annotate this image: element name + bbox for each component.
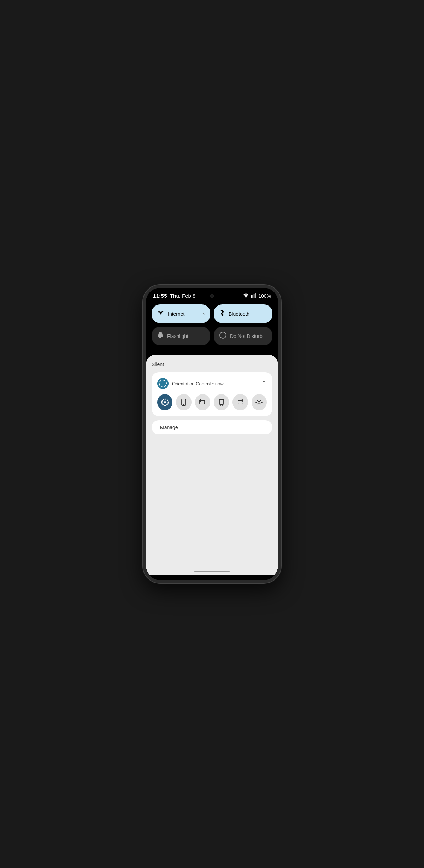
svg-point-6 xyxy=(164,401,166,403)
dnd-tile-icon xyxy=(219,332,226,340)
dnd-label: Do Not Disturb xyxy=(230,333,263,339)
status-left: 11:55 Thu, Feb 8 xyxy=(153,293,195,299)
svg-rect-2 xyxy=(159,337,161,338)
rotate-left-btn[interactable] xyxy=(195,394,210,410)
status-date: Thu, Feb 8 xyxy=(170,293,196,299)
content-wrapper: Internet › Bluetooth xyxy=(146,302,278,575)
status-bar: 11:55 Thu, Feb 8 100% xyxy=(146,288,278,302)
bluetooth-label: Bluetooth xyxy=(229,311,249,317)
bluetooth-tile-icon xyxy=(219,309,225,318)
status-center xyxy=(210,294,214,298)
settings-btn[interactable] xyxy=(252,394,267,410)
notification-card: Orientation Control • now ⌃ xyxy=(152,372,272,416)
signal-icon xyxy=(251,293,256,298)
svg-point-8 xyxy=(183,404,184,405)
svg-rect-1 xyxy=(159,333,162,333)
qs-row-2: Flashlight Do Not Disturb xyxy=(152,327,272,345)
expand-chevron[interactable]: ⌃ xyxy=(261,379,267,388)
battery-percentage: 100% xyxy=(258,293,271,299)
rotate-down-btn[interactable] xyxy=(214,394,229,410)
svg-rect-0 xyxy=(159,332,162,333)
app-icon-inner xyxy=(159,380,167,387)
notif-meta: Orientation Control • now xyxy=(172,380,224,387)
internet-tile[interactable]: Internet › xyxy=(152,304,210,323)
status-right: 100% xyxy=(243,293,271,299)
notif-app-name: Orientation Control xyxy=(172,381,211,386)
internet-chevron: › xyxy=(203,311,205,317)
notif-actions xyxy=(157,394,267,410)
quick-settings: Internet › Bluetooth xyxy=(146,302,278,355)
app-icon xyxy=(157,378,169,389)
portrait-btn[interactable] xyxy=(176,394,191,410)
notif-header: Orientation Control • now ⌃ xyxy=(157,378,267,389)
svg-point-12 xyxy=(258,401,260,403)
notification-panel: Silent Orientation Control • now ⌃ xyxy=(146,355,278,575)
orientation-circle-btn[interactable] xyxy=(157,394,172,410)
home-indicator-area xyxy=(152,566,272,575)
svg-rect-10 xyxy=(219,399,224,404)
rotate-right-btn[interactable] xyxy=(232,394,248,410)
flashlight-label: Flashlight xyxy=(167,333,188,339)
status-time: 11:55 xyxy=(153,293,167,299)
notif-time: • now xyxy=(212,381,224,386)
camera-dot xyxy=(210,294,214,298)
wifi-icon xyxy=(243,293,249,298)
manage-button[interactable]: Manage xyxy=(152,420,272,434)
silent-label: Silent xyxy=(152,362,272,367)
bluetooth-tile[interactable]: Bluetooth xyxy=(214,304,272,323)
flashlight-tile[interactable]: Flashlight xyxy=(152,327,210,345)
flashlight-tile-icon xyxy=(157,332,164,340)
phone-frame: 11:55 Thu, Feb 8 100% xyxy=(143,285,281,583)
wifi-tile-icon xyxy=(157,310,164,317)
qs-row-1: Internet › Bluetooth xyxy=(152,304,272,323)
internet-label: Internet xyxy=(168,311,184,317)
home-bar[interactable] xyxy=(194,571,230,572)
phone-inner: 11:55 Thu, Feb 8 100% xyxy=(146,288,278,580)
dnd-tile[interactable]: Do Not Disturb xyxy=(214,327,272,345)
